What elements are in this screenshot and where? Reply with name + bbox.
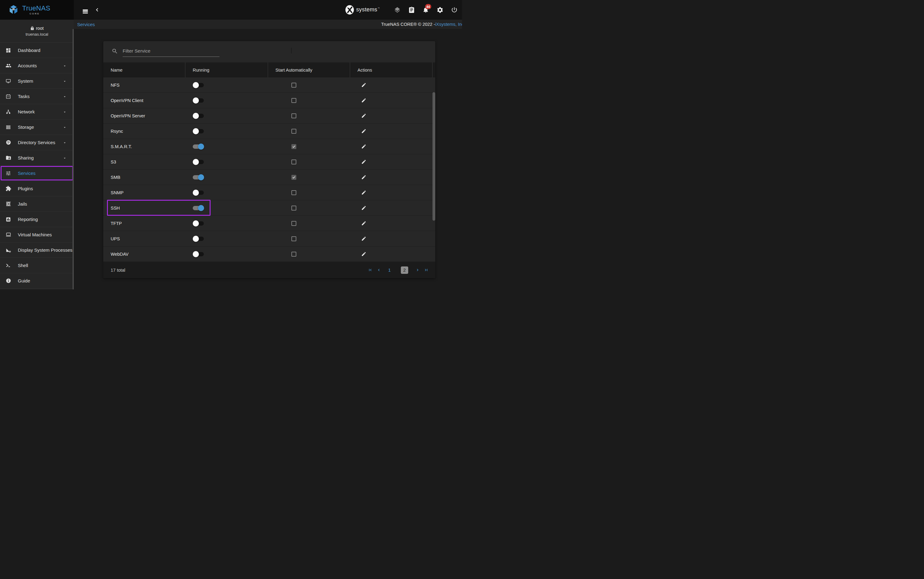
settings-gear-icon[interactable]: [437, 7, 443, 13]
start-auto-checkbox[interactable]: [291, 129, 296, 134]
page-2-button-current[interactable]: 2: [401, 267, 408, 274]
next-page-icon[interactable]: [415, 268, 420, 272]
edit-pencil-icon[interactable]: [361, 159, 432, 164]
main-content: Name Running Start Automatically Actions…: [74, 29, 462, 290]
truecommand-icon[interactable]: [394, 7, 401, 13]
table-footer: 17 total 1 2: [103, 262, 435, 278]
running-toggle[interactable]: [193, 205, 204, 211]
chevron-down-icon: [63, 79, 67, 83]
start-auto-checkbox[interactable]: [291, 221, 296, 226]
display-system-processes-icon: [5, 247, 11, 253]
truenas-logo[interactable]: TrueNAS CORE: [0, 0, 74, 20]
running-toggle[interactable]: [193, 220, 204, 226]
page-1-button[interactable]: 1: [388, 267, 391, 273]
notifications-bell-icon[interactable]: 44: [422, 7, 429, 13]
start-auto-checkbox[interactable]: [291, 190, 296, 195]
start-auto-checkbox[interactable]: [291, 113, 296, 118]
start-auto-checkbox[interactable]: [291, 160, 296, 164]
start-auto-checkbox[interactable]: [291, 252, 296, 257]
chevron-down-icon: [63, 95, 67, 99]
start-auto-checkbox[interactable]: [291, 83, 296, 88]
column-header-actions[interactable]: Actions: [350, 62, 432, 77]
table-row: SMB: [103, 170, 435, 185]
sidebar-item-plugins[interactable]: Plugins: [0, 181, 74, 196]
running-toggle[interactable]: [193, 174, 204, 180]
sidebar-item-sharing[interactable]: Sharing: [0, 150, 74, 166]
sidebar-item-dashboard[interactable]: Dashboard: [0, 43, 74, 58]
running-toggle[interactable]: [193, 97, 204, 103]
running-toggle[interactable]: [193, 144, 204, 150]
ixsystems-logo[interactable]: systems ™: [345, 4, 379, 15]
sidebar-scrollbar[interactable]: [72, 29, 74, 290]
table-row: OpenVPN Client: [103, 93, 435, 108]
accounts-icon: [5, 63, 11, 69]
breadcrumb-bar: Services TrueNAS CORE® © 2022 - iXsystem…: [74, 20, 462, 29]
sidebar-item-system[interactable]: System: [0, 74, 74, 89]
running-toggle[interactable]: [193, 128, 204, 134]
running-toggle[interactable]: [193, 251, 204, 257]
notification-badge: 44: [425, 4, 431, 9]
start-auto-checkbox[interactable]: [291, 175, 296, 180]
table-row: NFS: [103, 77, 435, 93]
breadcrumb[interactable]: Services: [77, 22, 95, 27]
filter-service-input[interactable]: [123, 46, 219, 57]
sidebar-item-storage[interactable]: Storage: [0, 119, 74, 135]
edit-pencil-icon[interactable]: [361, 205, 432, 211]
start-auto-checkbox[interactable]: [291, 206, 296, 211]
sidebar-item-accounts[interactable]: Accounts: [0, 58, 74, 74]
sidebar-item-tasks[interactable]: Tasks: [0, 89, 74, 104]
running-toggle[interactable]: [193, 113, 204, 119]
sidebar-item-network[interactable]: Network: [0, 104, 74, 119]
edit-pencil-icon[interactable]: [361, 175, 432, 180]
table-scrollbar[interactable]: [432, 92, 435, 221]
services-card: Name Running Start Automatically Actions…: [103, 41, 435, 278]
first-page-icon[interactable]: [368, 268, 373, 272]
edit-pencil-icon[interactable]: [361, 113, 432, 118]
column-header-name[interactable]: Name: [103, 62, 185, 77]
shell-icon: [5, 263, 11, 268]
previous-page-icon[interactable]: [376, 268, 381, 272]
edit-pencil-icon[interactable]: [361, 82, 432, 88]
table-row: SNMP: [103, 185, 435, 200]
menu-toggle-button[interactable]: [81, 0, 90, 20]
power-icon[interactable]: [451, 7, 458, 13]
services-highlight-box: [1, 166, 73, 180]
sidebar-item-services[interactable]: Services: [0, 166, 74, 181]
collapse-sidebar-button[interactable]: [93, 0, 101, 20]
ix-systems-text: systems: [356, 7, 378, 13]
running-toggle[interactable]: [193, 82, 204, 88]
sidebar-item-shell[interactable]: Shell: [0, 258, 74, 273]
sidebar-item-virtual-machines[interactable]: Virtual Machines: [0, 227, 74, 242]
service-name: Rsync: [103, 129, 185, 134]
edit-pencil-icon[interactable]: [361, 251, 432, 257]
sidebar-item-reporting[interactable]: Reporting: [0, 212, 74, 227]
sidebar-item-jails[interactable]: Jails: [0, 196, 74, 212]
edit-pencil-icon[interactable]: [361, 98, 432, 103]
running-toggle[interactable]: [193, 236, 204, 242]
sidebar-item-guide[interactable]: Guide: [0, 273, 74, 289]
running-toggle[interactable]: [193, 159, 204, 165]
start-auto-checkbox[interactable]: [291, 236, 296, 241]
edit-pencil-icon[interactable]: [361, 221, 432, 226]
column-header-running[interactable]: Running: [185, 62, 268, 77]
filter-bar: [103, 41, 435, 62]
edit-pencil-icon[interactable]: [361, 144, 432, 149]
truenas-logo-icon: [8, 4, 20, 16]
edit-pencil-icon[interactable]: [361, 128, 432, 134]
start-auto-checkbox[interactable]: [291, 144, 296, 149]
directory-services-icon: [5, 139, 11, 146]
guide-info-icon: [5, 278, 11, 284]
start-auto-checkbox[interactable]: [291, 98, 296, 103]
table-row: OpenVPN Server: [103, 108, 435, 124]
edit-pencil-icon[interactable]: [361, 190, 432, 195]
last-page-icon[interactable]: [424, 268, 428, 272]
table-row: S3: [103, 154, 435, 170]
sidebar-item-directory-services[interactable]: Directory Services: [0, 135, 74, 150]
column-header-start-automatically[interactable]: Start Automatically: [268, 62, 350, 77]
edit-pencil-icon[interactable]: [361, 236, 432, 241]
ixsystems-link[interactable]: iXsystems, Inc: [435, 22, 462, 27]
task-manager-icon[interactable]: [408, 7, 415, 13]
sidebar-item-display-system-processes[interactable]: Display System Processes: [0, 242, 74, 258]
running-toggle[interactable]: [193, 190, 204, 196]
service-name: SMB: [103, 175, 185, 180]
